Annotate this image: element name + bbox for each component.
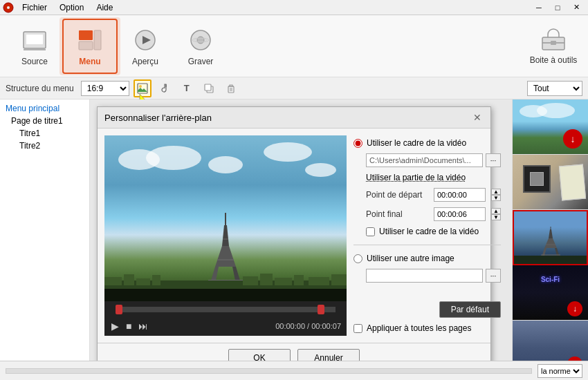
thumbnail-4[interactable]: Sci-Fi ↓: [513, 265, 588, 321]
thumb-4-download-icon: ↓: [567, 301, 582, 316]
apercu-button[interactable]: Aperçu: [118, 19, 173, 74]
video-controls: ▶ ■ ⏭ 00:00:00 / 00:00:07: [104, 316, 347, 336]
image-tool-button[interactable]: [134, 79, 151, 97]
tree-item-titre2[interactable]: Titre2: [0, 140, 89, 152]
graver-icon: [187, 26, 214, 54]
text-tool-button[interactable]: T: [178, 79, 196, 97]
svg-rect-7: [94, 30, 101, 50]
apercu-icon: [131, 26, 159, 54]
boite-label: Boite à outils: [530, 55, 578, 65]
svg-rect-5: [79, 30, 93, 40]
thumbnail-5[interactable]: ↓: [513, 321, 588, 361]
svg-rect-38: [260, 274, 273, 285]
delete-tool-button[interactable]: [222, 79, 240, 97]
play-button[interactable]: ▶: [110, 319, 120, 333]
svg-rect-36: [152, 275, 160, 285]
copy-tool-button[interactable]: [200, 79, 218, 97]
svg-rect-16: [551, 41, 556, 45]
thumbnail-3[interactable]: [513, 210, 588, 265]
end-down-button[interactable]: ▼: [491, 214, 501, 220]
progress-bar[interactable]: [116, 307, 336, 312]
start-up-button[interactable]: ▲: [491, 189, 501, 195]
use-frame-checkbox[interactable]: [366, 227, 375, 236]
end-point-input[interactable]: [434, 207, 486, 221]
music-tool-button[interactable]: [156, 79, 174, 97]
dialog-title: Personnaliser l'arrière-plan: [104, 113, 212, 123]
menu-option[interactable]: Option: [54, 1, 89, 14]
progress-bar-area[interactable]: [104, 301, 347, 316]
time-display: 00:00:00 / 00:00:07: [275, 322, 341, 330]
status-progress-bar: [6, 368, 532, 374]
dialog-title-bar: Personnaliser l'arrière-plan ✕: [98, 107, 490, 129]
app-icon: [3, 2, 14, 13]
start-point-input[interactable]: [434, 188, 486, 202]
stop-button[interactable]: ■: [125, 319, 133, 333]
graver-label: Graver: [188, 57, 214, 66]
other-browse-button[interactable]: ···: [486, 269, 501, 283]
svg-marker-45: [544, 238, 557, 248]
minimize-button[interactable]: ─: [530, 1, 548, 15]
boite-outils-button[interactable]: Boite à outils: [526, 19, 581, 74]
thumbnail-2[interactable]: [513, 155, 588, 210]
tree-item-page-titre1[interactable]: Page de titre1: [0, 115, 89, 127]
thumbnail-1[interactable]: ↓: [513, 99, 588, 155]
menu-button[interactable]: Menu: [62, 19, 118, 74]
end-point-spinner: ▲ ▼: [491, 208, 501, 220]
menu-fichier[interactable]: Fichier: [17, 1, 53, 14]
end-up-button[interactable]: ▲: [491, 208, 501, 214]
par-defaut-button[interactable]: Par défaut: [439, 301, 501, 318]
use-video-part-label: Utiliser la partie de la vidéo: [366, 173, 501, 182]
svg-rect-37: [243, 276, 258, 285]
svg-rect-42: [331, 274, 347, 285]
video-path-input[interactable]: [366, 153, 483, 167]
apply-all-checkbox[interactable]: [353, 324, 362, 333]
end-point-label: Point final: [366, 209, 428, 219]
divider: [353, 245, 501, 245]
close-button[interactable]: ✕: [567, 1, 585, 15]
menu-icon: [76, 26, 104, 54]
other-image-path-input[interactable]: [366, 269, 483, 283]
scifi-label: Sci-Fi: [541, 276, 560, 283]
use-other-image-label: Utiliser une autre image: [367, 254, 454, 263]
tree-item-titre1[interactable]: Titre1: [0, 127, 89, 140]
dialog-close-button[interactable]: ✕: [471, 111, 484, 124]
tree-item-menu-principal[interactable]: Menu principal: [0, 102, 89, 115]
use-other-image-radio[interactable]: Utiliser une autre image: [353, 254, 501, 263]
use-other-image-radio-input[interactable]: [353, 254, 362, 263]
start-point-spinner: ▲ ▼: [491, 189, 501, 201]
filter-select[interactable]: Tout: [527, 81, 582, 96]
menu-bar: Fichier Option Aide: [17, 1, 118, 14]
use-video-frame-radio-input[interactable]: [353, 139, 362, 148]
svg-marker-28: [222, 225, 229, 246]
skip-button[interactable]: ⏭: [137, 319, 149, 333]
thumb-1-download-icon: ↓: [563, 129, 582, 149]
dialog-options: Utiliser le cadre de la vidéo ··· Utilis…: [353, 135, 501, 336]
left-panel: Menu principal Page de titre1 Titre1 Tit…: [0, 99, 90, 361]
progress-thumb-end[interactable]: [318, 305, 324, 314]
window-controls: ─ □ ✕: [530, 1, 585, 15]
ok-button[interactable]: OK: [228, 349, 291, 361]
browse-button[interactable]: ···: [486, 153, 501, 167]
start-down-button[interactable]: ▼: [491, 195, 501, 201]
svg-point-1: [7, 6, 10, 9]
aspect-ratio-select[interactable]: 16:9: [81, 81, 129, 96]
source-button[interactable]: Source: [7, 19, 62, 74]
cancel-button[interactable]: Annuler: [297, 349, 360, 361]
svg-rect-6: [79, 41, 93, 50]
svg-rect-34: [124, 274, 134, 285]
video-preview: ▶ ■ ⏭ 00:00:00 / 00:00:07: [104, 135, 347, 336]
maximize-button[interactable]: □: [549, 1, 567, 15]
secondary-toolbar: Structure du menu 16:9 T: [0, 77, 588, 99]
progress-thumb-start[interactable]: [116, 305, 122, 314]
use-frame-checkbox-label: Utiliser le cadre de la vidéo: [379, 227, 479, 236]
thumb-5-download-icon: ↓: [567, 357, 582, 361]
source-label: Source: [21, 57, 48, 66]
title-bar: Fichier Option Aide ─ □ ✕: [0, 0, 588, 15]
content-area: Personnaliser l'arrière-plan ✕: [90, 99, 512, 361]
use-frame-checkbox-row: Utiliser le cadre de la vidéo: [366, 227, 501, 236]
status-dropdown[interactable]: la norme: [538, 364, 582, 378]
apply-all-label: Appliquer à toutes les pages: [367, 323, 471, 333]
use-video-frame-radio[interactable]: Utiliser le cadre de la vidéo: [353, 138, 501, 148]
graver-button[interactable]: Graver: [173, 19, 228, 74]
menu-aide[interactable]: Aide: [91, 1, 118, 14]
